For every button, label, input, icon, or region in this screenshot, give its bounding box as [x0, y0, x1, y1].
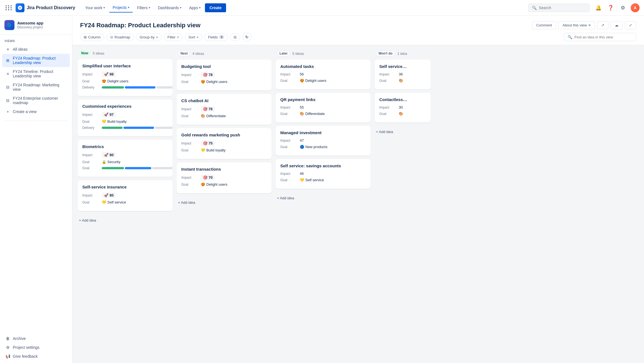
card-goal: Goal 🎨 — [379, 79, 426, 83]
nav-filters[interactable]: Filters ▾ — [134, 3, 153, 12]
goal-value: 🔵New products — [300, 145, 327, 149]
filter-button[interactable]: Filter + — [164, 33, 182, 41]
sidebar-item-fy24-roadmap-leadership[interactable]: ⊞ FY24 Roadmap: Product Leadership view — [2, 54, 70, 67]
grid-menu-icon[interactable] — [4, 3, 13, 12]
comment-button[interactable]: Comment — [532, 21, 556, 29]
app-logo[interactable]: Jira Product Discovery — [16, 3, 75, 12]
wontdo-add-idea[interactable]: + Add idea — [375, 127, 430, 137]
card-title: Automated tasks — [280, 64, 366, 69]
about-view-button[interactable]: About this view ≡ — [558, 21, 595, 29]
global-search[interactable]: 🔍 — [528, 4, 589, 12]
impact-value: 🎯70 — [201, 175, 215, 180]
card-self-service-insurance[interactable]: Self-service insurance Impact 🚀80 Goal 💛… — [78, 180, 172, 211]
sidebar-item-create-view[interactable]: + Create a view — [2, 107, 70, 116]
idea-search[interactable]: 🔍 — [564, 33, 636, 41]
wontdo-badge: Won't do — [376, 51, 395, 56]
nav-projects[interactable]: Projects ▾ — [109, 3, 133, 13]
goal-value: 🔒Security — [102, 160, 120, 164]
card-goal: Goal 😍Delight users — [82, 79, 168, 83]
avatar[interactable]: A — [631, 3, 640, 12]
nav-your-work[interactable]: Your work ▾ — [82, 3, 108, 12]
app-body: 🔵 Awesome app Discovery project VIEWS ≡ … — [0, 16, 644, 363]
board-icon: ⊞ — [5, 58, 11, 63]
project-header[interactable]: 🔵 Awesome app Discovery project — [0, 16, 72, 35]
page-header-actions: Comment About this view ≡ ↗ ☁ ⤢ — [532, 21, 636, 29]
sidebar-item-fy24-timeline-leadership[interactable]: ≡ FY24 Timeline: Product Leadership view — [2, 67, 70, 80]
goal-value: 💛Self service — [300, 178, 324, 182]
chevron-down-icon: ▾ — [128, 6, 129, 9]
card-self-service-partial[interactable]: Self service… Impact 36 Goal 🎨 — [375, 60, 430, 89]
help-icon[interactable]: ❓ — [606, 3, 615, 12]
export-icon: ☁ — [615, 23, 618, 27]
lines-icon: ≡ — [588, 23, 591, 27]
card-title: Gold rewards marketing push — [181, 133, 267, 137]
later-add-idea[interactable]: + Add idea — [276, 193, 370, 203]
search-input[interactable] — [539, 6, 583, 10]
card-self-service-savings[interactable]: Self service: savings accounts Impact 46… — [276, 159, 370, 189]
group-by-button[interactable]: Group by + — [136, 33, 162, 41]
sidebar: 🔵 Awesome app Discovery project VIEWS ≡ … — [0, 16, 72, 363]
sort-button[interactable]: Sort + — [185, 33, 202, 41]
nav-dashboards[interactable]: Dashboards ▾ — [155, 3, 185, 12]
nav-apps[interactable]: Apps ▾ — [186, 3, 204, 12]
roadmap-icon: ⊟ — [5, 85, 11, 89]
plus-icon: + — [5, 109, 11, 114]
sidebar-item-archive[interactable]: 🗑 Archive — [2, 334, 70, 343]
card-managed-investment[interactable]: Managed investment Impact 47 Goal 🔵New p… — [276, 126, 370, 156]
goal-value: 🎨 — [399, 79, 403, 83]
notifications-icon[interactable]: 🔔 — [594, 3, 603, 12]
table-icon: ⊟ — [234, 35, 237, 39]
next-add-idea[interactable]: + Add idea — [177, 198, 271, 207]
card-qr-payment[interactable]: QR payment links Impact 55 Goal 🎨Differe… — [276, 93, 370, 122]
create-button[interactable]: Create — [205, 3, 226, 12]
clock-icon: ⊙ — [110, 35, 113, 39]
goal-value: 🎨Differentiate — [300, 112, 325, 116]
sidebar-item-project-settings[interactable]: ⚙ Project settings — [2, 343, 70, 352]
goal-value: 😍Delight users — [201, 80, 227, 84]
card-goal: Goal 😍Delight users — [181, 80, 267, 84]
card-impact: Impact 🚀97 — [82, 112, 168, 117]
fullscreen-button[interactable]: ⤢ — [625, 21, 636, 29]
idea-search-input[interactable] — [574, 35, 633, 39]
settings-icon[interactable]: ⚙ — [618, 3, 627, 12]
card-simplified-ui[interactable]: Simplified user interface Impact 🚀98 Goa… — [78, 59, 172, 96]
sidebar-item-all-ideas[interactable]: ≡ All ideas — [2, 45, 70, 54]
toolbar: ⊞ Column ⊙ Roadmap Group by + Filter + S… — [80, 33, 636, 45]
chevron-down-icon: ▾ — [103, 6, 105, 9]
column-button[interactable]: ⊞ Column — [80, 33, 104, 41]
refresh-button[interactable]: ↻ — [242, 33, 251, 41]
plus-icon: + — [156, 35, 158, 39]
now-add-idea[interactable]: + Add idea — [78, 215, 172, 225]
card-delivery: Delivery — [82, 85, 168, 89]
page-header-row: FY24 Roadmap: Product Leadership view Co… — [80, 21, 636, 29]
sidebar-bottom: 🗑 Archive ⚙ Project settings 📢 Give feed… — [0, 332, 72, 363]
card-delivery2: Goal — [82, 166, 168, 170]
sidebar-item-fy24-enterprise[interactable]: ⊟ FY24 Enterprise customer roadmap — [2, 94, 70, 107]
export-button[interactable]: ☁ — [611, 21, 623, 29]
card-cs-chatbot[interactable]: CS chatbot AI Impact 🎯76 Goal 🎨Different… — [177, 94, 271, 125]
share-button[interactable]: ↗ — [597, 21, 608, 29]
card-biometrics[interactable]: Biometrics Impact 🚀80 Goal 🔒Security — [78, 140, 172, 177]
column-wontdo: Won't do 1 idea Self service… Impact 36 … — [375, 51, 430, 363]
column-now-header: Now 5 ideas — [78, 51, 172, 59]
card-impact: Impact 47 — [280, 138, 366, 143]
card-budgeting-tool[interactable]: Budgeting tool Impact 🎯78 Goal 😍Delight … — [177, 60, 271, 90]
sidebar-item-give-feedback[interactable]: 📢 Give feedback — [2, 352, 70, 361]
project-name: Awesome app — [17, 21, 43, 25]
project-info: Awesome app Discovery project — [17, 21, 43, 29]
card-instant-transactions[interactable]: Instant transactions Impact 🎯70 Goal 😍De… — [177, 162, 271, 193]
column-later: Later 5 ideas Automated tasks Impact 56 … — [276, 51, 370, 363]
card-customised-experiences[interactable]: Customised experiences Impact 🚀97 Goal 💛… — [78, 99, 172, 136]
fields-button[interactable]: Fields 3 — [204, 33, 228, 41]
column-wontdo-header: Won't do 1 idea — [375, 51, 430, 60]
sidebar-item-fy24-roadmap-marketing[interactable]: ⊟ FY24 Roadmap: Marketing view — [2, 80, 70, 94]
impact-value: 46 — [300, 171, 304, 176]
card-gold-rewards[interactable]: Gold rewards marketing push Impact 🎯75 G… — [177, 128, 271, 159]
card-title: Budgeting tool — [181, 64, 267, 69]
list-icon: ≡ — [5, 47, 11, 51]
card-goal: Goal 🎨Differentiate — [181, 114, 267, 118]
card-contactless-partial[interactable]: Contactless… Impact 30 Goal 🎨 — [375, 93, 430, 122]
roadmap-button[interactable]: ⊙ Roadmap — [106, 33, 134, 41]
table-view-button[interactable]: ⊟ — [230, 33, 240, 41]
card-automated-tasks[interactable]: Automated tasks Impact 56 Goal 😍Delight … — [276, 60, 370, 89]
